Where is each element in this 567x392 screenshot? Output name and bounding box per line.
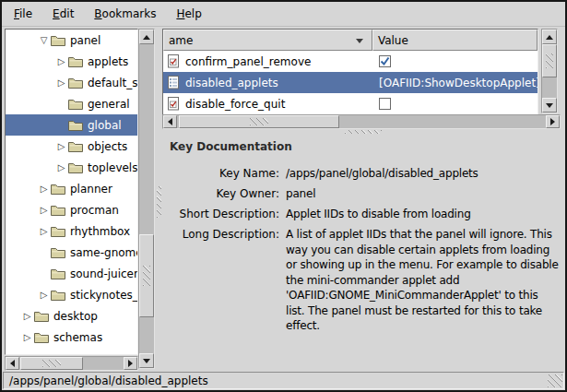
scrollbar-thumb[interactable] (139, 234, 154, 317)
thumb-grip-icon (143, 266, 150, 286)
key-row-disable_force_quit[interactable]: disable_force_quit (163, 93, 537, 114)
gconf-editor-window: File Edit Bookmarks Help ▽panel▷applets▷… (0, 0, 567, 392)
tree-item-stickynotes_[interactable]: ▷stickynotes_ (6, 284, 137, 305)
key-value-cell (379, 93, 391, 114)
folder-icon (51, 34, 65, 46)
tree-item-label: desktop (53, 310, 98, 323)
column-header-label: ame (169, 34, 193, 47)
tree-pane-splitter[interactable] (156, 29, 162, 371)
scroll-right-button[interactable] (124, 357, 137, 370)
folder-icon (34, 331, 49, 343)
menu-label: elp (184, 7, 201, 20)
expander-closed-icon[interactable]: ▷ (54, 72, 68, 93)
scroll-down-button[interactable] (542, 98, 557, 113)
menubar: File Edit Bookmarks Help (2, 2, 565, 26)
left-arrow-icon (10, 360, 15, 367)
expander-closed-icon[interactable]: ▷ (20, 305, 34, 327)
documentation-fields: Key Name:/apps/panel/global/disabled_app… (162, 166, 565, 334)
up-arrow-icon (546, 35, 553, 40)
tree-item-panel[interactable]: ▽panel (6, 30, 137, 51)
expander-closed-icon[interactable]: ▷ (37, 284, 51, 305)
scroll-up-button[interactable] (139, 30, 154, 44)
tree-item-label: stickynotes_ (69, 289, 137, 302)
menu-bookmarks[interactable]: Bookmarks (84, 5, 166, 23)
list-horizontal-scrollbar[interactable] (162, 114, 561, 129)
tree-item-default_se[interactable]: ▷default_se (6, 72, 137, 93)
doc-field-value: /apps/panel/global/disabled_applets (286, 166, 478, 182)
column-header-value[interactable]: Value (372, 30, 537, 51)
sort-indicator-icon (356, 39, 363, 43)
menu-help[interactable]: Help (166, 5, 211, 23)
expander-closed-icon[interactable]: ▷ (37, 220, 51, 242)
up-arrow-icon (143, 35, 150, 40)
right-arrow-icon (550, 118, 555, 125)
scroll-up-button[interactable] (542, 30, 557, 44)
doc-field: Short Description:Applet IIDs to disable… (162, 207, 565, 222)
folder-icon (51, 204, 65, 216)
thumb-grip-icon (250, 118, 268, 125)
thumb-grip-icon (546, 53, 553, 68)
scrollbar-thumb[interactable] (179, 115, 339, 128)
tree-item-sound-juicer[interactable]: sound-juicer (6, 263, 137, 284)
statusbar: /apps/panel/global/disabled_applets (3, 372, 564, 389)
doc-field: Key Name:/apps/panel/global/disabled_app… (162, 166, 565, 182)
key-row-confirm_panel_remove[interactable]: confirm_panel_remove (163, 51, 537, 72)
value-checkbox-unchecked[interactable] (379, 98, 391, 110)
documentation-heading: Key Documentation (170, 140, 565, 153)
scroll-right-button[interactable] (546, 115, 560, 128)
key-name: confirm_panel_remove (185, 55, 311, 68)
tree-item-global[interactable]: global (6, 114, 137, 136)
folder-icon (51, 267, 65, 279)
scrollbar-thumb[interactable] (20, 357, 83, 370)
expander-closed-icon[interactable]: ▷ (37, 178, 51, 199)
folder-icon (68, 140, 83, 152)
tree-item-label: panel (69, 34, 100, 47)
resize-grip[interactable] (548, 374, 562, 387)
tree-item-procman[interactable]: ▷procman (6, 199, 137, 220)
tree-item-same-gnome[interactable]: same-gnome (6, 242, 137, 263)
scroll-down-button[interactable] (139, 353, 154, 368)
tree-item-label: rhythmbox (69, 225, 130, 238)
tree-item-desktop[interactable]: ▷desktop (6, 305, 137, 327)
tree-item-schemas[interactable]: ▷schemas (6, 327, 137, 348)
tree-item-applets[interactable]: ▷applets (6, 51, 137, 72)
scrollbar-thumb[interactable] (542, 44, 557, 77)
folder-icon (68, 55, 83, 67)
key-row-disabled_applets[interactable]: disabled_applets[OAFIID:ShowDesktopApple… (163, 72, 537, 93)
expander-open-icon[interactable]: ▽ (37, 30, 51, 51)
menu-file[interactable]: File (4, 5, 42, 23)
expander-closed-icon[interactable]: ▷ (54, 157, 68, 178)
column-header-name[interactable]: ame (163, 30, 372, 51)
down-arrow-icon (143, 359, 150, 363)
folder-icon (51, 289, 65, 301)
menu-edit[interactable]: Edit (42, 5, 84, 23)
doc-field-label: Key Name: (162, 166, 279, 182)
tree-item-label: general (87, 98, 130, 111)
tree-item-general[interactable]: general (6, 93, 137, 114)
tree-item-rhythmbox[interactable]: ▷rhythmbox (6, 220, 137, 242)
list-vertical-scrollbar[interactable] (541, 29, 558, 113)
boolean-key-icon (168, 97, 180, 111)
expander-closed-icon[interactable]: ▷ (20, 327, 34, 348)
tree-item-label: sound-juicer (69, 267, 137, 280)
tree-item-planner[interactable]: ▷planner (6, 178, 137, 199)
expander-closed-icon[interactable]: ▷ (54, 136, 68, 157)
tree-vertical-scrollbar[interactable] (138, 29, 155, 369)
tree-item-label: default_se (87, 77, 137, 89)
scroll-left-button[interactable] (6, 357, 19, 370)
menu-label: ookmarks (102, 7, 157, 20)
folder-icon (68, 77, 83, 89)
folder-icon (34, 310, 49, 322)
doc-field-label: Short Description: (162, 207, 279, 222)
key-name: disabled_applets (185, 77, 278, 89)
column-header-label: Value (378, 34, 408, 47)
tree-item-toplevels[interactable]: ▷toplevels (6, 157, 137, 178)
scroll-left-button[interactable] (163, 115, 177, 128)
tree-horizontal-scrollbar[interactable] (5, 356, 138, 371)
tree-item-label: procman (69, 204, 119, 217)
expander-closed-icon[interactable]: ▷ (37, 199, 51, 220)
splitter-grip-icon (345, 130, 382, 134)
expander-closed-icon[interactable]: ▷ (54, 51, 68, 72)
tree-item-objects[interactable]: ▷objects (6, 136, 137, 157)
value-checkbox-checked[interactable] (379, 55, 391, 67)
